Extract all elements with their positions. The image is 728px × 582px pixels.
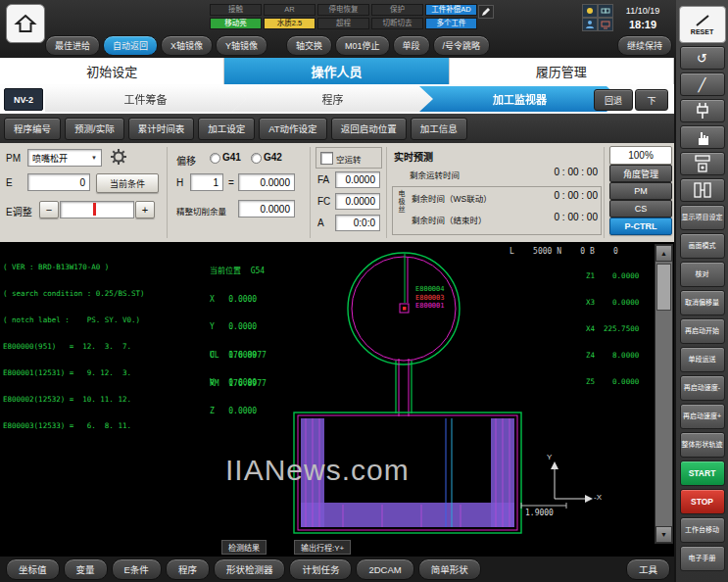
dry-run-checkbox[interactable] bbox=[320, 152, 333, 165]
toolbar-m01-stop[interactable]: M01停止 bbox=[335, 35, 390, 56]
undo-return-button[interactable]: ↺ bbox=[680, 46, 725, 70]
zoom-level-button[interactable]: 100% bbox=[609, 146, 672, 165]
cancel-slash-button[interactable]: ╱ bbox=[680, 73, 725, 96]
cs-button[interactable]: CS bbox=[609, 200, 672, 218]
bottom-shape-detector[interactable]: 形状检测器 bbox=[214, 558, 286, 580]
graphics-scrollbar[interactable]: ▲ ▼ bbox=[655, 244, 673, 544]
manual-feed-button[interactable] bbox=[680, 125, 725, 149]
toolbar-x-mirror[interactable]: X轴镜像 bbox=[161, 35, 213, 56]
restart-begin-button[interactable]: 再启动开始 bbox=[680, 318, 725, 344]
display-item-settings-button[interactable]: 显示项目设定 bbox=[680, 205, 725, 230]
angle-manage-button[interactable]: 角度管理 bbox=[609, 165, 672, 182]
dry-run-label: 空运转 bbox=[336, 153, 362, 165]
fa-field[interactable]: 0.0000 bbox=[335, 171, 380, 188]
scroll-up-button[interactable]: ▲ bbox=[655, 245, 672, 262]
menu-program-number[interactable]: 程序编号 bbox=[4, 118, 61, 140]
toolbar-block-skip[interactable]: /号令跳略 bbox=[433, 35, 491, 56]
panel-divider bbox=[604, 147, 605, 238]
toolbar-y-mirror[interactable]: Y轴镜像 bbox=[216, 35, 267, 56]
e-adjust-minus-button[interactable]: − bbox=[39, 201, 59, 218]
scroll-down-button[interactable]: ▼ bbox=[655, 526, 672, 543]
down-button[interactable]: 下 bbox=[635, 89, 668, 111]
bottom-program[interactable]: 程序 bbox=[166, 558, 210, 580]
fa-label: FA bbox=[317, 174, 329, 185]
stop-button[interactable]: STOP bbox=[680, 489, 725, 514]
menu-machining-info[interactable]: 加工信息 bbox=[411, 118, 467, 140]
output-stroke-chip[interactable]: 输出行程:Y+ bbox=[294, 540, 351, 555]
reset-button[interactable]: RESET bbox=[679, 6, 726, 43]
menu-time-table[interactable]: 累计时间表 bbox=[128, 118, 195, 140]
h-value-field[interactable]: 1 bbox=[190, 173, 223, 191]
detect-result-chip[interactable]: 检测结果 bbox=[221, 540, 267, 555]
axis-y-label: Y bbox=[547, 453, 552, 461]
bottom-tools[interactable]: 工具 bbox=[626, 558, 670, 580]
bottom-variables[interactable]: 变量 bbox=[64, 558, 108, 580]
machine-head-button[interactable] bbox=[680, 178, 725, 202]
edit-pencil-icon[interactable] bbox=[478, 5, 494, 19]
single-block-feed-button[interactable]: 单段运送 bbox=[680, 347, 725, 372]
verify-button[interactable]: 核对 bbox=[680, 262, 725, 287]
pm-button[interactable]: PM bbox=[609, 182, 672, 200]
whole-shape-track-button[interactable]: 整体形状轨迹 bbox=[680, 432, 725, 458]
fc-field[interactable]: 0.0000 bbox=[335, 193, 380, 210]
bottom-coordinates[interactable]: 坐标值 bbox=[6, 558, 60, 580]
e-adjust-label: E调整 bbox=[6, 204, 32, 218]
tab-workpiece-prep[interactable]: 工件筹备 bbox=[45, 86, 246, 112]
scrollbar-track[interactable] bbox=[655, 262, 672, 526]
screen-mode-button[interactable]: 画面模式 bbox=[680, 233, 725, 259]
toolbar-axis-swap[interactable]: 轴交换 bbox=[286, 35, 332, 56]
start-button[interactable]: START bbox=[680, 461, 725, 486]
e-adjust-plus-button[interactable]: + bbox=[135, 201, 155, 218]
menu-return-start-pos[interactable]: 返回启动位置 bbox=[331, 118, 407, 140]
e-adjust-slider-handle[interactable] bbox=[93, 203, 96, 216]
bottom-scheduled-tasks[interactable]: 计划任务 bbox=[289, 558, 352, 580]
dry-run-box[interactable]: 空运转 bbox=[315, 147, 382, 169]
toolbar-continue-hold[interactable]: 继续保持 bbox=[617, 35, 672, 56]
e-value-field[interactable]: 0 bbox=[27, 173, 90, 191]
current-condition-button[interactable]: 当前条件 bbox=[96, 173, 159, 193]
restart-speed-minus-button[interactable]: 再启动速度- bbox=[680, 375, 725, 401]
cancel-offset-button[interactable]: 取消偏移量 bbox=[680, 290, 725, 315]
wire-connect-button[interactable] bbox=[680, 99, 725, 122]
bottom-e-condition[interactable]: E条件 bbox=[112, 558, 162, 580]
finish-allowance-label: 精整切削余量 bbox=[176, 205, 226, 217]
restart-speed-plus-button[interactable]: 再启动速度+ bbox=[680, 404, 725, 429]
a-field[interactable]: 0:0:0 bbox=[335, 215, 380, 231]
home-button[interactable] bbox=[6, 4, 45, 43]
slash-icon bbox=[695, 14, 710, 27]
shape-graphics-viewport[interactable]: ( VER : BRD-B13W170-A0 ) ( search condit… bbox=[0, 242, 674, 557]
p-ctrl-button[interactable]: P-CTRL bbox=[609, 218, 672, 235]
toolbar-auto-return[interactable]: 自动返回 bbox=[103, 35, 158, 56]
wire-head-icon bbox=[693, 155, 712, 172]
status-grid: 接触 AR 停电恢复 保护 工件补偿AD 移动亮 水质2.5 超程 切断切去 多… bbox=[210, 4, 477, 29]
machine-control-screen: 接触 AR 停电恢复 保护 工件补偿AD 移动亮 水质2.5 超程 切断切去 多… bbox=[0, 0, 728, 582]
menu-at-action[interactable]: AT动作设定 bbox=[259, 118, 326, 140]
machine-icon bbox=[693, 181, 712, 199]
menu-predict-actual[interactable]: 预测/实际 bbox=[65, 118, 124, 140]
remain-run-value: 0 : 00 : 00 bbox=[521, 167, 598, 177]
tab-history[interactable]: 履历管理 bbox=[450, 58, 674, 84]
tab-machining-monitor[interactable]: 加工监视器 bbox=[419, 86, 620, 112]
wire-threading-button[interactable] bbox=[680, 152, 725, 175]
bottom-simple-shape[interactable]: 简单形状 bbox=[418, 558, 481, 580]
info-line: ( notch label : PS. SY. V0.) bbox=[3, 315, 145, 324]
pm-settings-button[interactable] bbox=[110, 148, 127, 170]
toolbar-best-feed[interactable]: 最佳进给 bbox=[45, 35, 100, 56]
g41-radio[interactable] bbox=[210, 153, 220, 164]
scrollbar-thumb[interactable] bbox=[656, 264, 671, 311]
e-manual-button[interactable]: 电子手册 bbox=[680, 546, 725, 571]
bottom-2dcam[interactable]: 2DCAM bbox=[356, 558, 413, 580]
back-button[interactable]: 回退 bbox=[594, 89, 633, 111]
table-move-button[interactable]: 工作台移动 bbox=[680, 517, 725, 543]
e-adjust-slider[interactable] bbox=[60, 201, 134, 218]
tab-initial-settings[interactable]: 初始设定 bbox=[0, 58, 224, 84]
menu-machining-settings[interactable]: 加工设定 bbox=[198, 118, 255, 140]
pm-dropdown[interactable]: 喷嘴松开 ▼ bbox=[27, 149, 102, 167]
tab-operator[interactable]: 操作人员 bbox=[224, 58, 449, 84]
finish-allowance-field[interactable]: 0.0000 bbox=[238, 200, 295, 218]
toolbar-single-block[interactable]: 单段 bbox=[393, 35, 430, 56]
remain-ws-value: 0 : 00 : 00 bbox=[521, 190, 598, 201]
tab-program[interactable]: 程序 bbox=[232, 86, 433, 112]
e-label-tag: E800001 bbox=[415, 302, 445, 311]
g42-radio[interactable] bbox=[251, 153, 262, 164]
